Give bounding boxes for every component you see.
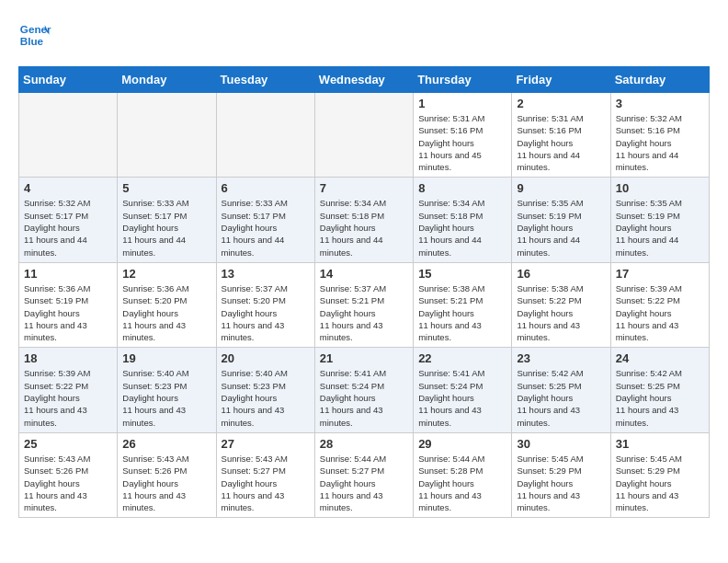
day-info: Sunrise: 5:42 AMSunset: 5:25 PMDaylight …	[616, 367, 704, 428]
page-header: General Blue	[18, 18, 710, 52]
day-info: Sunrise: 5:34 AMSunset: 5:18 PMDaylight …	[320, 197, 408, 258]
calendar-week-row: 1Sunrise: 5:31 AMSunset: 5:16 PMDaylight…	[19, 93, 710, 178]
calendar-week-row: 25Sunrise: 5:43 AMSunset: 5:26 PMDayligh…	[19, 432, 710, 517]
calendar-day-cell	[118, 93, 216, 178]
day-info: Sunrise: 5:35 AMSunset: 5:19 PMDaylight …	[517, 197, 605, 258]
day-number: 1	[418, 97, 506, 110]
day-info: Sunrise: 5:36 AMSunset: 5:20 PMDaylight …	[122, 282, 210, 343]
day-number: 7	[320, 181, 408, 195]
day-info: Sunrise: 5:41 AMSunset: 5:24 PMDaylight …	[320, 367, 408, 428]
day-info: Sunrise: 5:42 AMSunset: 5:25 PMDaylight …	[517, 367, 605, 428]
weekday-header-saturday: Saturday	[610, 67, 709, 93]
day-number: 15	[418, 267, 506, 281]
calendar-week-row: 11Sunrise: 5:36 AMSunset: 5:19 PMDayligh…	[19, 262, 710, 347]
calendar-day-cell	[314, 93, 413, 178]
day-number: 4	[24, 181, 112, 195]
day-info: Sunrise: 5:32 AMSunset: 5:17 PMDaylight …	[24, 197, 112, 258]
calendar-day-cell: 1Sunrise: 5:31 AMSunset: 5:16 PMDaylight…	[414, 93, 512, 178]
day-info: Sunrise: 5:44 AMSunset: 5:27 PMDaylight …	[320, 453, 408, 513]
calendar-day-cell	[19, 93, 118, 178]
day-number: 13	[222, 267, 310, 281]
day-info: Sunrise: 5:41 AMSunset: 5:24 PMDaylight …	[418, 367, 506, 428]
day-number: 9	[517, 181, 605, 195]
day-number: 5	[122, 181, 210, 195]
calendar-week-row: 18Sunrise: 5:39 AMSunset: 5:22 PMDayligh…	[19, 348, 710, 432]
day-number: 16	[517, 267, 605, 281]
day-info: Sunrise: 5:44 AMSunset: 5:28 PMDaylight …	[418, 453, 506, 513]
day-info: Sunrise: 5:45 AMSunset: 5:29 PMDaylight …	[616, 453, 704, 513]
day-number: 12	[122, 267, 210, 281]
day-number: 19	[122, 351, 210, 365]
calendar-day-cell: 27Sunrise: 5:43 AMSunset: 5:27 PMDayligh…	[216, 432, 314, 517]
weekday-header-monday: Monday	[118, 67, 216, 93]
day-info: Sunrise: 5:43 AMSunset: 5:26 PMDaylight …	[24, 453, 112, 513]
day-number: 23	[517, 351, 605, 365]
day-number: 29	[418, 437, 506, 451]
day-info: Sunrise: 5:38 AMSunset: 5:21 PMDaylight …	[418, 282, 506, 343]
weekday-header-sunday: Sunday	[19, 67, 118, 93]
calendar-day-cell: 16Sunrise: 5:38 AMSunset: 5:22 PMDayligh…	[512, 262, 610, 347]
day-info: Sunrise: 5:39 AMSunset: 5:22 PMDaylight …	[24, 367, 112, 428]
logo-icon: General Blue	[18, 18, 51, 52]
weekday-header-tuesday: Tuesday	[216, 67, 314, 93]
day-number: 3	[616, 97, 704, 110]
calendar-day-cell: 11Sunrise: 5:36 AMSunset: 5:19 PMDayligh…	[19, 262, 118, 347]
calendar-day-cell: 19Sunrise: 5:40 AMSunset: 5:23 PMDayligh…	[118, 348, 216, 432]
day-number: 25	[24, 437, 112, 451]
day-info: Sunrise: 5:38 AMSunset: 5:22 PMDaylight …	[517, 282, 605, 343]
calendar-day-cell: 15Sunrise: 5:38 AMSunset: 5:21 PMDayligh…	[414, 262, 512, 347]
day-info: Sunrise: 5:37 AMSunset: 5:20 PMDaylight …	[222, 282, 310, 343]
calendar-day-cell: 12Sunrise: 5:36 AMSunset: 5:20 PMDayligh…	[118, 262, 216, 347]
day-number: 28	[320, 437, 408, 451]
day-number: 17	[616, 267, 704, 281]
calendar-day-cell: 9Sunrise: 5:35 AMSunset: 5:19 PMDaylight…	[512, 178, 610, 262]
calendar-day-cell: 30Sunrise: 5:45 AMSunset: 5:29 PMDayligh…	[512, 432, 610, 517]
calendar-day-cell: 29Sunrise: 5:44 AMSunset: 5:28 PMDayligh…	[414, 432, 512, 517]
day-number: 6	[222, 181, 310, 195]
day-number: 26	[122, 437, 210, 451]
day-number: 20	[222, 351, 310, 365]
weekday-header-row: SundayMondayTuesdayWednesdayThursdayFrid…	[19, 67, 710, 93]
calendar-day-cell: 20Sunrise: 5:40 AMSunset: 5:23 PMDayligh…	[216, 348, 314, 432]
weekday-header-wednesday: Wednesday	[314, 67, 413, 93]
calendar-day-cell: 26Sunrise: 5:43 AMSunset: 5:26 PMDayligh…	[118, 432, 216, 517]
calendar-day-cell: 21Sunrise: 5:41 AMSunset: 5:24 PMDayligh…	[314, 348, 413, 432]
calendar-day-cell: 8Sunrise: 5:34 AMSunset: 5:18 PMDaylight…	[414, 178, 512, 262]
calendar-day-cell: 5Sunrise: 5:33 AMSunset: 5:17 PMDaylight…	[118, 178, 216, 262]
calendar-week-row: 4Sunrise: 5:32 AMSunset: 5:17 PMDaylight…	[19, 178, 710, 262]
day-number: 27	[222, 437, 310, 451]
day-number: 30	[517, 437, 605, 451]
calendar-day-cell: 18Sunrise: 5:39 AMSunset: 5:22 PMDayligh…	[19, 348, 118, 432]
day-number: 10	[616, 181, 704, 195]
day-number: 18	[24, 351, 112, 365]
day-info: Sunrise: 5:40 AMSunset: 5:23 PMDaylight …	[222, 367, 310, 428]
day-info: Sunrise: 5:31 AMSunset: 5:16 PMDaylight …	[418, 112, 506, 173]
day-number: 22	[418, 351, 506, 365]
day-info: Sunrise: 5:43 AMSunset: 5:26 PMDaylight …	[122, 453, 210, 513]
day-number: 11	[24, 267, 112, 281]
day-number: 8	[418, 181, 506, 195]
calendar-day-cell: 28Sunrise: 5:44 AMSunset: 5:27 PMDayligh…	[314, 432, 413, 517]
calendar-table: SundayMondayTuesdayWednesdayThursdayFrid…	[18, 66, 710, 518]
calendar-day-cell: 7Sunrise: 5:34 AMSunset: 5:18 PMDaylight…	[314, 178, 413, 262]
day-info: Sunrise: 5:43 AMSunset: 5:27 PMDaylight …	[222, 453, 310, 513]
day-info: Sunrise: 5:35 AMSunset: 5:19 PMDaylight …	[616, 197, 704, 258]
calendar-day-cell: 4Sunrise: 5:32 AMSunset: 5:17 PMDaylight…	[19, 178, 118, 262]
calendar-day-cell: 31Sunrise: 5:45 AMSunset: 5:29 PMDayligh…	[610, 432, 709, 517]
calendar-day-cell: 24Sunrise: 5:42 AMSunset: 5:25 PMDayligh…	[610, 348, 709, 432]
day-info: Sunrise: 5:39 AMSunset: 5:22 PMDaylight …	[616, 282, 704, 343]
weekday-header-friday: Friday	[512, 67, 610, 93]
day-number: 24	[616, 351, 704, 365]
calendar-day-cell: 14Sunrise: 5:37 AMSunset: 5:21 PMDayligh…	[314, 262, 413, 347]
calendar-day-cell: 3Sunrise: 5:32 AMSunset: 5:16 PMDaylight…	[610, 93, 709, 178]
svg-text:Blue: Blue	[20, 35, 44, 47]
calendar-day-cell: 25Sunrise: 5:43 AMSunset: 5:26 PMDayligh…	[19, 432, 118, 517]
day-number: 21	[320, 351, 408, 365]
day-info: Sunrise: 5:34 AMSunset: 5:18 PMDaylight …	[418, 197, 506, 258]
day-info: Sunrise: 5:33 AMSunset: 5:17 PMDaylight …	[122, 197, 210, 258]
day-info: Sunrise: 5:31 AMSunset: 5:16 PMDaylight …	[517, 112, 605, 173]
calendar-day-cell: 22Sunrise: 5:41 AMSunset: 5:24 PMDayligh…	[414, 348, 512, 432]
day-info: Sunrise: 5:45 AMSunset: 5:29 PMDaylight …	[517, 453, 605, 513]
day-number: 2	[517, 97, 605, 110]
day-info: Sunrise: 5:40 AMSunset: 5:23 PMDaylight …	[122, 367, 210, 428]
